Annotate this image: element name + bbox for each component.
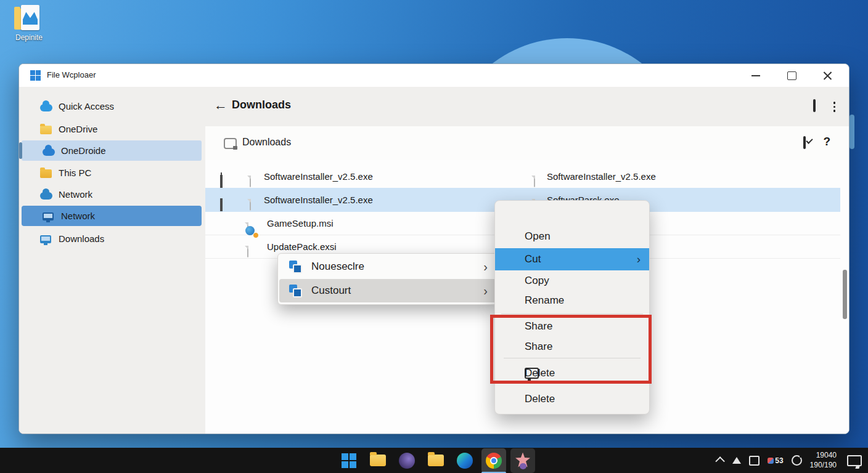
minimize-icon	[751, 75, 760, 76]
checkbox-icon	[803, 136, 806, 149]
menu-separator	[501, 313, 643, 314]
pc-folder-icon	[40, 169, 52, 178]
taskbar-clock[interactable]: 19040 190/190	[810, 451, 837, 470]
taskbar-app-icons	[337, 448, 535, 473]
sidebar-item-label: Network	[61, 211, 95, 221]
taskbar-star-app[interactable]	[510, 448, 535, 473]
chevron-right-icon: ›	[483, 284, 488, 298]
tray-expand-chevron-icon[interactable]	[716, 456, 726, 466]
close-icon	[823, 71, 832, 81]
help-button[interactable]: ?	[823, 135, 830, 148]
more-options-button[interactable]	[832, 100, 837, 113]
menu-item-share-2[interactable]: Share	[495, 336, 649, 357]
sidebar-item-label: Quick Access	[59, 101, 114, 111]
menu-item-delete-1[interactable]: Delete	[495, 362, 649, 385]
scrollbar-thumb[interactable]	[843, 270, 847, 319]
windows-stack-icon	[289, 285, 302, 297]
submenu-item-label: Custourt	[311, 285, 351, 297]
tray-square-icon[interactable]	[749, 456, 760, 466]
start-button[interactable]	[337, 448, 361, 473]
select-toggle-button[interactable]	[803, 137, 806, 148]
sidebar-item-onedroide[interactable]: OneDroide	[22, 140, 202, 161]
navigation-header: ← Downloads	[205, 87, 849, 127]
sidebar-item-label: OneDrive	[59, 124, 97, 134]
maximize-icon	[787, 71, 796, 80]
clock-time: 19040	[810, 451, 837, 461]
submenu-item-label: Noueseclre	[311, 261, 364, 273]
notification-monitor-icon[interactable]	[847, 455, 862, 466]
taskbar-purple-app[interactable]	[395, 448, 419, 473]
menu-item-label: Delete	[525, 367, 555, 379]
menu-item-copy[interactable]: Copy	[495, 270, 649, 291]
folder-icon	[40, 126, 52, 134]
grid-marker-icon	[220, 175, 223, 188]
downloads-monitor-icon	[40, 235, 51, 243]
sidebar-item-network-selected[interactable]: Network	[22, 206, 202, 226]
tray-badge[interactable]: 53	[768, 456, 783, 465]
file-name: SoftwareInstaller_v2.5.exe	[264, 171, 373, 182]
chrome-icon	[486, 453, 502, 469]
tray-triangle-icon[interactable]	[732, 457, 741, 464]
sidebar-item-downloads[interactable]: Downloads	[19, 228, 203, 249]
menu-item-label: Share	[525, 320, 552, 333]
shortcut-icon	[224, 138, 237, 149]
back-button[interactable]: ←	[214, 97, 227, 113]
menu-item-label: Cut	[525, 253, 541, 265]
taskbar: 53 19040 190/190	[0, 448, 868, 473]
tray-sync-icon[interactable]	[792, 455, 802, 466]
submenu-item-custourt[interactable]: Custourt ›	[279, 279, 496, 302]
menu-item-delete-2[interactable]: Delete	[495, 388, 649, 410]
network-cloud-icon	[40, 192, 52, 200]
folder-icon	[428, 455, 444, 466]
file-name: SoftwareInstaller_v2.5.exe	[547, 171, 656, 182]
taskbar-edge[interactable]	[452, 448, 477, 473]
sidebar-item-network[interactable]: Network	[19, 184, 203, 204]
menu-item-label: Open	[525, 230, 551, 243]
menu-item-rename[interactable]: Rename	[495, 290, 649, 311]
close-button[interactable]	[819, 68, 835, 83]
taskbar-chrome-active[interactable]	[481, 448, 506, 473]
cloud-icon	[40, 104, 52, 111]
menu-item-cut-highlighted[interactable]: Cut ›	[495, 248, 649, 270]
sidebar-item-quick-access[interactable]: Quick Access	[19, 96, 203, 116]
document-icon	[21, 5, 39, 30]
chevron-right-icon: ›	[483, 260, 488, 274]
menu-item-label: Share	[525, 341, 552, 353]
file-icon	[250, 199, 251, 211]
taskbar-file-explorer[interactable]	[366, 448, 390, 473]
titlebar: File Wcploaer	[19, 64, 849, 87]
desktop-icon-depinite[interactable]: Depinite	[9, 4, 49, 44]
star-app-icon	[515, 453, 531, 469]
menu-item-open[interactable]: Open	[495, 226, 649, 247]
maximize-button[interactable]	[784, 68, 800, 83]
wallpaper-accent-bar	[850, 115, 854, 149]
breadcrumb[interactable]: Downloads	[242, 137, 291, 148]
windows-start-icon	[342, 453, 356, 468]
sidebar-item-label: Downloads	[59, 233, 104, 244]
tray-badge-count: 53	[775, 456, 783, 465]
sidebar-item-onedrive[interactable]: OneDrive	[19, 119, 203, 139]
submenu-item-noueseclre[interactable]: Noueseclre ›	[279, 255, 496, 278]
windows-logo-icon	[30, 70, 41, 81]
edge-icon	[457, 453, 473, 469]
clock-date: 190/190	[810, 461, 837, 471]
folder-icon	[370, 455, 386, 466]
menu-item-label: Rename	[525, 294, 564, 307]
file-explorer-window: File Wcploaer Quick Access OneDrive OneD…	[18, 63, 850, 434]
grid-marker-icon	[220, 198, 223, 211]
file-row-1[interactable]: SoftwareInstaller_v2.5.exe SoftwareInsta…	[205, 164, 840, 188]
context-menu: Open Cut › Copy Rename Share Share Delet…	[494, 200, 650, 414]
preview-pane-button[interactable]	[813, 100, 816, 111]
installer-file-icon	[247, 222, 248, 234]
sidebar-item-this-pc[interactable]: This PC	[19, 163, 203, 183]
page-title: Downloads	[232, 99, 291, 111]
minimize-button[interactable]	[748, 68, 764, 83]
sidebar-item-label: OneDroide	[61, 145, 106, 156]
menu-separator	[504, 358, 641, 358]
preview-pane-icon	[813, 99, 816, 112]
purple-browser-icon	[399, 453, 415, 469]
taskbar-folder-2[interactable]	[424, 448, 448, 473]
menu-item-share-1[interactable]: Share	[495, 316, 649, 337]
onedrive-cloud-icon	[43, 148, 55, 156]
sidebar: Quick Access OneDrive OneDroide This PC …	[19, 87, 206, 434]
